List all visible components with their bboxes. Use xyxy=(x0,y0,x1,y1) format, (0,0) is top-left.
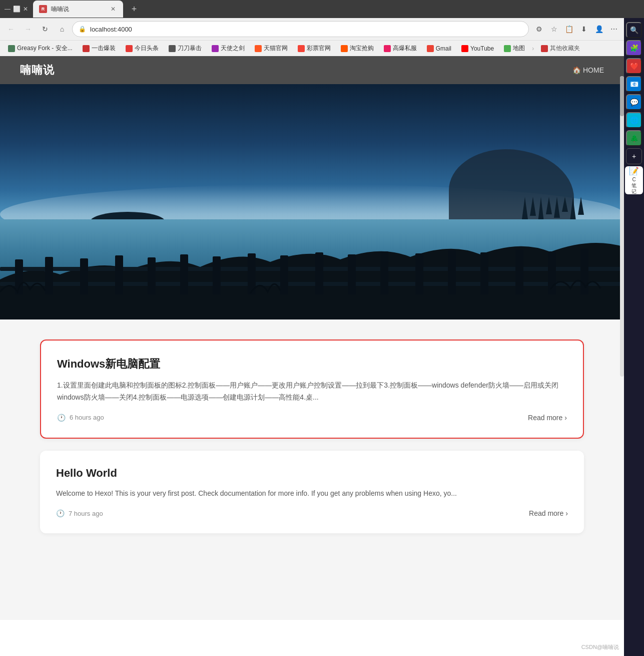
forward-button[interactable]: → xyxy=(21,22,35,36)
svg-rect-17 xyxy=(515,249,523,294)
layout-wrapper: 喃喃说 🏠 HOME xyxy=(0,56,644,656)
new-tab-button[interactable]: + xyxy=(127,2,141,16)
bookmark-label: 今日头条 xyxy=(135,44,159,53)
sidebar-outlook-button[interactable]: 📧 xyxy=(626,76,642,92)
extensions-button[interactable]: ⚙ xyxy=(532,22,546,36)
hero-trees xyxy=(522,197,584,222)
bookmark-label: YouTube xyxy=(470,45,494,52)
post-title-1: Windows新电脑配置 xyxy=(57,357,567,372)
title-bar: — ⬜ ✕ R 喃喃说 ✕ + xyxy=(0,0,644,18)
browser-content: 喃喃说 🏠 HOME xyxy=(0,56,624,656)
svg-rect-4 xyxy=(80,258,88,294)
bookmark-favicon xyxy=(341,45,348,52)
close-button[interactable]: ✕ xyxy=(22,6,29,13)
maximize-button[interactable]: ⬜ xyxy=(13,6,20,13)
read-more-chevron-2: › xyxy=(565,509,568,517)
toolbar-icons: ⚙ ☆ 📋 ⬇ 👤 ⋯ xyxy=(532,22,621,36)
bookmark-favicon xyxy=(298,45,305,52)
site-logo: 喃喃说 xyxy=(20,63,55,78)
refresh-button[interactable]: ↻ xyxy=(38,22,52,36)
sidebar-search-button[interactable]: 🔍 xyxy=(626,22,642,38)
bookmark-label: 彩票官网 xyxy=(307,44,331,53)
bookmark-gaopao[interactable]: 高爆私服 xyxy=(380,43,421,55)
bookmark-label: 地图 xyxy=(513,44,525,53)
downloads-button[interactable]: ⬇ xyxy=(577,22,591,36)
read-more-label-1: Read more xyxy=(528,414,562,422)
sidebar-extensions-button[interactable]: 🧩 xyxy=(626,40,642,56)
home-button[interactable]: ⌂ xyxy=(55,22,69,36)
bookmark-favicon xyxy=(461,45,468,52)
address-text: localhost:4000 xyxy=(90,26,522,33)
bookmark-favicon xyxy=(504,45,511,52)
bookmark-favicon xyxy=(384,45,391,52)
address-box[interactable]: 🔒 localhost:4000 xyxy=(72,21,529,37)
post-excerpt-2: Welcome to Hexo! This is your very first… xyxy=(56,488,568,500)
bookmark-label: 天使之剑 xyxy=(221,44,245,53)
sidebar-note-widget[interactable]: 📝 C笔记 xyxy=(625,166,643,194)
svg-rect-15 xyxy=(448,250,456,294)
bookmark-toutiao[interactable]: 今日头条 xyxy=(122,43,163,55)
bookmark-yizhang[interactable]: 一击爆装 xyxy=(79,43,120,55)
browser-tab[interactable]: R 喃喃说 ✕ xyxy=(33,1,123,18)
nav-home[interactable]: 🏠 HOME xyxy=(572,66,604,74)
more-label: 其他收藏夹 xyxy=(550,44,580,53)
sidebar-ext5-button[interactable]: 🌐 xyxy=(626,112,642,128)
back-button[interactable]: ← xyxy=(4,22,18,36)
right-sidebar: 🔍 🧩 ❤️ 📧 💬 🌐 🌲 + 📝 C笔记 xyxy=(624,18,644,656)
post-excerpt-1: 1.设置里面创建此电脑和控制面板的图标2.控制面板——用户账户——更改用户账户控… xyxy=(57,380,567,404)
sidebar-favorites-button[interactable]: ❤️ xyxy=(626,58,642,74)
bookmark-label: 天猫官网 xyxy=(264,44,288,53)
bookmark-favicon xyxy=(83,45,90,52)
site-header: 喃喃说 🏠 HOME xyxy=(0,56,624,84)
bookmark-youtube[interactable]: YouTube xyxy=(457,43,498,55)
svg-rect-1 xyxy=(0,282,624,286)
sidebar-add-button[interactable]: + xyxy=(626,148,642,164)
favorites-button[interactable]: ☆ xyxy=(547,22,561,36)
bookmark-map[interactable]: 地图 xyxy=(500,43,529,55)
svg-rect-3 xyxy=(45,257,53,294)
read-more-chevron-1: › xyxy=(564,414,567,422)
read-more-1[interactable]: Read more › xyxy=(528,414,567,422)
bookmark-knife[interactable]: 刀刀暴击 xyxy=(165,43,206,55)
bookmark-tianshi[interactable]: 天使之剑 xyxy=(208,43,249,55)
bookmark-favicon xyxy=(169,45,176,52)
minimize-button[interactable]: — xyxy=(4,6,11,13)
post-card-1: Windows新电脑配置 1.设置里面创建此电脑和控制面板的图标2.控制面板——… xyxy=(40,340,584,439)
collections-button[interactable]: 📋 xyxy=(562,22,576,36)
browser-frame: — ⬜ ✕ R 喃喃说 ✕ + ← → ↻ ⌂ 🔒 localhost:4000… xyxy=(0,0,644,56)
post-timestamp-1: 6 hours ago xyxy=(70,414,104,421)
bookmark-caipiao[interactable]: 彩票官网 xyxy=(294,43,335,55)
sidebar-teams-button[interactable]: 💬 xyxy=(626,94,642,110)
bookmark-greasy-fork[interactable]: Greasy Fork - 安全... xyxy=(4,43,77,55)
sidebar-ext6-button[interactable]: 🌲 xyxy=(626,130,642,146)
post-timestamp-2: 7 hours ago xyxy=(69,510,103,517)
note-icon: 📝 xyxy=(629,166,639,176)
bookmark-tianmao[interactable]: 天猫官网 xyxy=(251,43,292,55)
tab-favicon: R xyxy=(39,5,47,13)
bookmark-favicon xyxy=(427,45,434,52)
bookmark-favicon xyxy=(8,45,15,52)
site-nav: 🏠 HOME xyxy=(572,66,604,74)
more-button[interactable]: ⋯ xyxy=(607,22,621,36)
bookmark-taobao[interactable]: 淘宝抢购 xyxy=(337,43,378,55)
svg-rect-10 xyxy=(280,255,288,294)
address-bar-row: ← → ↻ ⌂ 🔒 localhost:4000 ⚙ ☆ 📋 ⬇ 👤 ⋯ e xyxy=(0,18,644,40)
more-favicon xyxy=(541,45,548,52)
hero-fence-svg xyxy=(0,219,624,319)
bookmark-more[interactable]: 其他收藏夹 xyxy=(537,44,584,53)
profile-button[interactable]: 👤 xyxy=(592,22,606,36)
posts-area: Windows新电脑配置 1.设置里面创建此电脑和控制面板的图标2.控制面板——… xyxy=(0,319,624,620)
scrollbar-thumb[interactable] xyxy=(620,76,624,116)
bookmark-gmail[interactable]: Gmail xyxy=(423,43,455,55)
bookmark-favicon xyxy=(212,45,219,52)
bookmark-favicon xyxy=(126,45,133,52)
svg-rect-13 xyxy=(380,251,388,294)
post-card-2: Hello World Welcome to Hexo! This is you… xyxy=(40,451,584,534)
bookmarks-bar: Greasy Fork - 安全... 一击爆装 今日头条 刀刀暴击 天使之剑 … xyxy=(0,40,644,56)
svg-rect-8 xyxy=(213,256,221,294)
read-more-2[interactable]: Read more › xyxy=(529,509,568,517)
bookmark-label: 高爆私服 xyxy=(393,44,417,53)
tab-close-button[interactable]: ✕ xyxy=(109,5,117,13)
bookmark-label: 一击爆装 xyxy=(92,44,116,53)
bookmarks-overflow: › xyxy=(531,45,535,52)
